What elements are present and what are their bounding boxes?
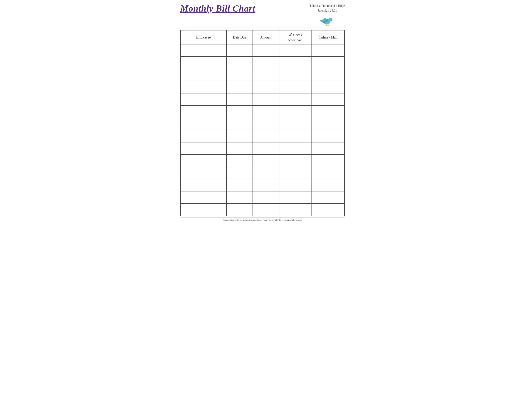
table-cell <box>180 81 226 93</box>
table-body <box>180 44 345 216</box>
table-cell <box>180 130 226 142</box>
table-cell <box>180 179 226 191</box>
table-cell <box>226 130 253 142</box>
table-cell <box>180 105 226 118</box>
svg-marker-4 <box>332 19 334 20</box>
table-cell <box>226 167 253 179</box>
bird-icon <box>319 14 335 27</box>
table-cell <box>226 142 253 155</box>
table-cell <box>312 167 345 179</box>
table-row <box>180 179 345 191</box>
table-row <box>180 69 345 81</box>
table-cell <box>253 105 279 118</box>
table-row <box>180 142 345 155</box>
table-cell <box>226 179 253 191</box>
table-cell <box>312 44 345 56</box>
table-cell <box>180 155 226 167</box>
table-cell <box>312 56 345 69</box>
table-row <box>180 118 345 130</box>
table-row <box>180 105 345 118</box>
table-cell <box>253 44 279 56</box>
table-cell <box>180 44 226 56</box>
table-cell <box>312 204 345 216</box>
checkmark-icon: ✓ <box>289 33 293 37</box>
table-cell <box>253 142 279 155</box>
table-cell <box>253 118 279 130</box>
table-cell <box>180 118 226 130</box>
table-cell <box>279 93 312 105</box>
table-row <box>180 130 345 142</box>
table-cell <box>226 93 253 105</box>
table-cell <box>253 69 279 81</box>
table-cell <box>180 56 226 69</box>
table-cell <box>253 167 279 179</box>
table-cell <box>279 130 312 142</box>
table-cell <box>312 69 345 81</box>
table-cell <box>279 167 312 179</box>
table-cell <box>253 93 279 105</box>
table-cell <box>253 155 279 167</box>
page-header: Monthly Bill Chart I Have a Future and a… <box>180 3 345 28</box>
table-cell <box>312 155 345 167</box>
table-cell <box>279 179 312 191</box>
table-cell <box>253 191 279 204</box>
col-header-online-mail: Online / Mail <box>312 30 345 44</box>
table-cell <box>312 93 345 105</box>
col-header-date-due: Date Due <box>226 30 253 44</box>
table-cell <box>226 105 253 118</box>
table-cell <box>226 155 253 167</box>
page-footer: Personal use only, do not redistribute i… <box>180 217 345 221</box>
table-row <box>180 204 345 216</box>
table-cell <box>279 142 312 155</box>
table-cell <box>279 191 312 204</box>
svg-point-3 <box>331 19 331 19</box>
table-cell <box>279 105 312 118</box>
table-cell <box>312 179 345 191</box>
table-cell <box>226 191 253 204</box>
table-cell <box>253 56 279 69</box>
page-title: Monthly Bill Chart <box>180 3 255 13</box>
table-cell <box>180 191 226 204</box>
table-row <box>180 191 345 204</box>
table-cell <box>180 142 226 155</box>
header-right: I Have a Future and a Hope Jeremiah 29:1… <box>310 3 345 27</box>
table-header-row: Bill/Payee Date Due Amount ✓ Check when … <box>180 30 345 44</box>
table-cell <box>226 44 253 56</box>
svg-point-2 <box>331 19 331 20</box>
table-cell <box>180 167 226 179</box>
title-area: Monthly Bill Chart <box>180 3 255 13</box>
svg-point-1 <box>328 18 332 21</box>
table-cell <box>253 81 279 93</box>
table-cell <box>279 44 312 56</box>
table-row <box>180 81 345 93</box>
bird-container <box>319 14 335 27</box>
table-cell <box>226 118 253 130</box>
table-cell <box>312 81 345 93</box>
col-header-bill-payee: Bill/Payee <box>180 30 226 44</box>
table-cell <box>312 105 345 118</box>
table-cell <box>180 204 226 216</box>
table-cell <box>312 118 345 130</box>
table-cell <box>279 81 312 93</box>
table-cell <box>279 155 312 167</box>
table-cell <box>312 142 345 155</box>
col-header-check-when-paid: ✓ Check when paid <box>279 30 312 44</box>
table-row <box>180 44 345 56</box>
table-cell <box>279 204 312 216</box>
col-header-amount: Amount <box>253 30 279 44</box>
scripture-text: I Have a Future and a Hope Jeremiah 29:1… <box>310 3 345 13</box>
bill-table: Bill/Payee Date Due Amount ✓ Check when … <box>180 30 345 216</box>
table-row <box>180 155 345 167</box>
table-cell <box>279 56 312 69</box>
table-cell <box>253 130 279 142</box>
table-cell <box>253 204 279 216</box>
table-cell <box>253 179 279 191</box>
table-cell <box>312 191 345 204</box>
table-cell <box>180 93 226 105</box>
table-cell <box>180 69 226 81</box>
table-cell <box>226 81 253 93</box>
table-cell <box>312 130 345 142</box>
table-cell <box>279 69 312 81</box>
table-row <box>180 93 345 105</box>
table-row <box>180 56 345 69</box>
